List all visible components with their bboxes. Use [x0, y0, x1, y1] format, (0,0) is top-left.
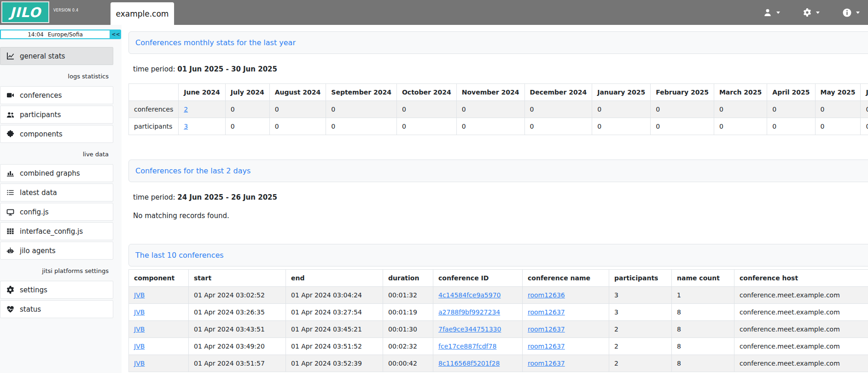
sidebar-item-settings[interactable]: settings [0, 281, 113, 299]
last10-title[interactable]: The last 10 conferences [135, 251, 224, 260]
clock-time: 14:04 [28, 31, 44, 38]
table-cell: 0 [456, 118, 524, 135]
sidebar-item-label: components [20, 130, 63, 138]
table-cell-link[interactable]: fce17ce887fcdf78 [438, 343, 496, 350]
table-cell: room12637 [523, 355, 609, 372]
table-cell-link[interactable]: 8c116568f5201f28 [438, 360, 500, 367]
table-cell: JVB [129, 304, 189, 321]
table-cell: 0 [861, 101, 868, 118]
column-header: December 2024 [524, 84, 592, 101]
column-header: January 2025 [592, 84, 651, 101]
table-cell-link[interactable]: JVB [134, 360, 145, 367]
table-cell-link[interactable]: room12636 [528, 291, 565, 299]
table-cell: 0 [456, 101, 524, 118]
recent-conferences-title[interactable]: Conferences for the last 2 days [135, 166, 250, 175]
sidebar-item-label: jilo agents [20, 247, 56, 255]
table-cell: 7fae9ce344751330 [433, 321, 523, 338]
table-cell: conference.meet.example.com [734, 321, 868, 338]
clock-row: 14:04 Europe/Sofia << [0, 30, 121, 39]
table-cell: 0 [396, 101, 456, 118]
table-row: participants3000000000000 [129, 118, 868, 135]
table-cell: 0 [326, 118, 397, 135]
sidebar-item-conferences[interactable]: conferences [0, 86, 113, 104]
table-cell-link[interactable]: a2788f9bf9927234 [438, 308, 500, 316]
table-row: JVB01 Apr 2024 03:49:2001 Apr 2024 03:51… [129, 338, 868, 355]
table-cell-link[interactable]: JVB [134, 291, 145, 299]
table-cell-link[interactable]: room12637 [528, 343, 565, 350]
no-records-message: No matching records found. [133, 212, 868, 220]
clock-timezone: Europe/Sofia [48, 31, 83, 38]
table-cell: 3 [609, 304, 672, 321]
table-cell: 3 [179, 118, 225, 135]
user-menu[interactable] [763, 8, 780, 17]
table-cell: 0 [714, 118, 767, 135]
sidebar-item-status[interactable]: status [0, 300, 113, 318]
column-header: July 2024 [225, 84, 269, 101]
table-cell-link[interactable]: 7fae9ce344751330 [438, 326, 501, 333]
sidebar-item-interface-config-js[interactable]: interface_config.js [0, 222, 113, 240]
sidebar-item-latest-data[interactable]: latest data [0, 184, 113, 201]
table-cell-link[interactable]: 4c14584fce9a5970 [438, 291, 501, 299]
time-period-value: 24 Jun 2025 - 26 Jun 2025 [177, 193, 277, 201]
sidebar-item-label: interface_config.js [20, 227, 83, 236]
table-cell: 4c14584fce9a5970 [433, 287, 523, 304]
table-cell: 8c116568f5201f28 [433, 355, 523, 372]
table-cell: conference.meet.example.com [734, 355, 868, 372]
table-cell: 0 [269, 101, 326, 118]
table-cell: 0 [592, 118, 651, 135]
table-cell: 0 [767, 101, 815, 118]
table-cell: 2 [609, 355, 672, 372]
sidebar-item-label: latest data [20, 189, 57, 197]
table-cell: 01 Apr 2024 03:27:54 [286, 304, 383, 321]
table-cell: 00:01:19 [383, 304, 433, 321]
settings-menu[interactable] [803, 8, 820, 17]
table-cell-link[interactable]: room12637 [528, 326, 565, 333]
table-cell-link[interactable]: 2 [184, 106, 188, 113]
table-cell: 0 [767, 118, 815, 135]
table-cell: JVB [129, 355, 189, 372]
grid-icon [6, 227, 14, 235]
recent-time-period: time period: 24 Jun 2025 - 26 Jun 2025 [133, 193, 868, 201]
sidebar-item-general-stats[interactable]: general stats [0, 47, 113, 65]
info-menu[interactable] [843, 8, 860, 17]
table-cell-link[interactable]: 3 [184, 123, 188, 130]
sidebar-nav: general statslogs statisticsconferencesp… [0, 47, 113, 320]
table-cell-link[interactable]: JVB [134, 308, 145, 316]
table-cell: 0 [815, 101, 861, 118]
table-row: JVB01 Apr 2024 03:43:5101 Apr 2024 03:45… [129, 321, 868, 338]
monthly-stats-title[interactable]: Conferences monthly stats for the last y… [135, 38, 296, 47]
main-content: Conferences monthly stats for the last y… [128, 25, 868, 372]
column-header: February 2025 [651, 84, 714, 101]
table-cell-link[interactable]: room12637 [528, 308, 565, 316]
table-header-row: componentstartenddurationconference IDco… [129, 270, 868, 287]
sidebar-collapse-button[interactable]: << [111, 30, 121, 39]
sidebar-item-label: conferences [20, 91, 62, 100]
column-header: June 2024 [179, 84, 225, 101]
table-cell-link[interactable]: room12637 [528, 360, 565, 367]
recent-conferences-section: Conferences for the last 2 days time per… [128, 160, 868, 220]
user-icon [763, 8, 772, 17]
topbar-menus [763, 0, 860, 25]
column-header: start [189, 270, 286, 287]
column-header: May 2025 [815, 84, 861, 101]
sidebar-item-config-js[interactable]: config.js [0, 203, 113, 221]
sidebar-item-participants[interactable]: participants [0, 106, 113, 124]
sidebar-item-jilo-agents[interactable]: jilo agents [0, 242, 113, 260]
puzzle-icon [6, 130, 14, 138]
sidebar-item-label: general stats [20, 52, 65, 60]
desktop-icon [6, 208, 14, 216]
column-header: duration [383, 270, 433, 287]
table-cell: 00:01:30 [383, 321, 433, 338]
table-cell-link[interactable]: JVB [134, 343, 145, 350]
table-cell: 01 Apr 2024 03:43:51 [189, 321, 286, 338]
table-cell: 2 [179, 101, 225, 118]
sidebar-item-components[interactable]: components [0, 125, 113, 143]
sidebar-item-combined-graphs[interactable]: combined graphs [0, 164, 113, 182]
platform-tab[interactable]: example.com [111, 2, 174, 25]
table-cell: conference.meet.example.com [734, 304, 868, 321]
table-cell: JVB [129, 338, 189, 355]
chart-line-icon [6, 52, 14, 60]
table-cell: room12636 [523, 287, 609, 304]
table-cell: 00:01:32 [383, 287, 433, 304]
table-cell-link[interactable]: JVB [134, 326, 145, 333]
